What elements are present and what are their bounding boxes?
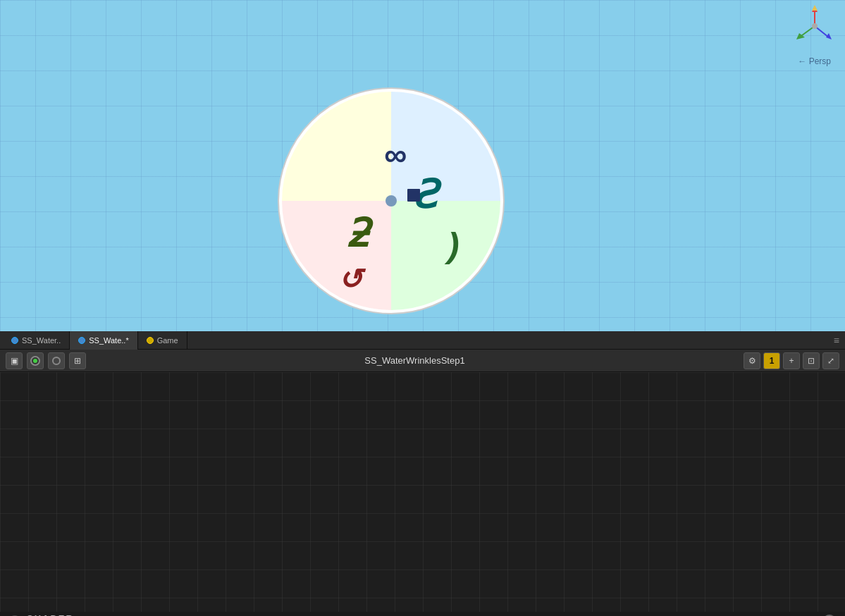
viewport-gizmo[interactable] xyxy=(792,4,838,49)
bottom-left: SHADER SS_WaterWrinklesStep1 xyxy=(8,613,97,617)
toolbar-tiles-btn[interactable]: ⊡ xyxy=(803,352,820,369)
toolbar-info-btn[interactable]: 1 xyxy=(763,352,780,369)
shader-editor-title: SS_WaterWrinklesStep1 xyxy=(90,355,739,366)
tab-bar: SS_Water.. SS_Wate..* Game ≡ xyxy=(0,331,845,350)
shader-toolbar: ▣ ⊞ SS_WaterWrinklesStep1 ⚙ 1 + ⊡ ⤢ xyxy=(0,350,845,372)
tab-ss-water-2[interactable]: SS_Wate..* xyxy=(70,331,137,350)
perspective-label: ← Persp xyxy=(798,56,831,66)
material-preview: ∞ Ƨ ) ↺ ƻ xyxy=(275,85,507,317)
svg-marker-3 xyxy=(826,33,832,39)
toolbar-settings-btn[interactable]: ⚙ xyxy=(744,352,760,369)
toolbar-add-btn[interactable]: + xyxy=(783,352,800,369)
svg-text:∞: ∞ xyxy=(384,137,407,173)
svg-point-6 xyxy=(812,23,818,29)
tab-game[interactable]: Game xyxy=(138,331,187,350)
toolbar-expand-btn[interactable]: ⤢ xyxy=(822,352,839,369)
node-connections xyxy=(0,372,845,612)
svg-point-14 xyxy=(386,195,397,207)
svg-marker-7 xyxy=(812,5,818,11)
shader-canvas[interactable]: Texture Coordinates ▼ Tex UV Tiling xyxy=(0,372,845,612)
toolbar-grid-btn[interactable]: ⊞ xyxy=(69,352,86,369)
shader-label: SHADER xyxy=(27,613,97,617)
toolbar-layout-btn[interactable]: ▣ xyxy=(6,352,23,369)
tab-menu-icon[interactable]: ≡ xyxy=(834,335,845,346)
svg-text:ƻ: ƻ xyxy=(345,211,374,255)
toolbar-right-buttons: ⚙ 1 + ⊡ ⤢ xyxy=(744,352,839,369)
toolbar-record-btn[interactable] xyxy=(27,352,44,369)
toolbar-circle-btn[interactable] xyxy=(48,352,65,369)
viewport: ← Persp ∞ Ƨ ) ↺ ƻ xyxy=(0,0,845,331)
bottom-bar: SHADER SS_WaterWrinklesStep1 MATERIAL MA… xyxy=(0,612,845,616)
bottom-shader-section: SHADER SS_WaterWrinklesStep1 xyxy=(27,613,97,617)
svg-rect-15 xyxy=(407,189,420,202)
tab-ss-water-1[interactable]: SS_Water.. xyxy=(3,331,70,350)
